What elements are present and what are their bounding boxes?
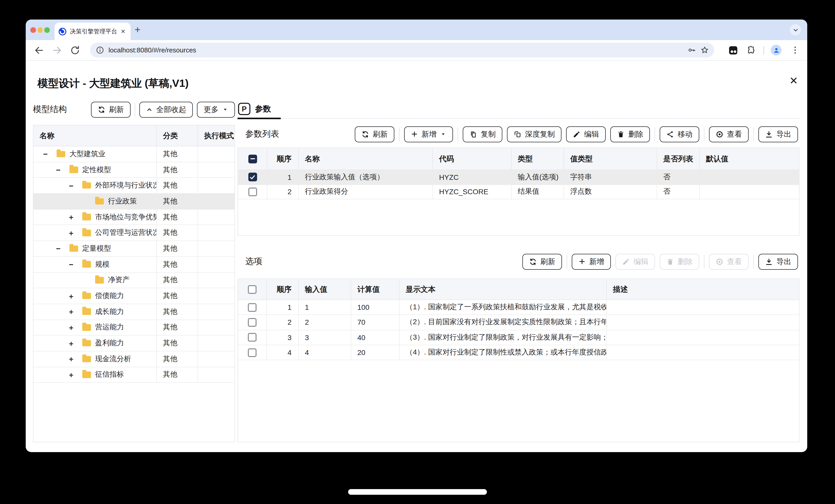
tree-toggle-icon[interactable]: + xyxy=(69,371,82,379)
tree-row[interactable]: −定量模型 其他 xyxy=(34,241,235,257)
tree-row[interactable]: 净资产 其他 xyxy=(34,273,235,288)
tree-toggle-icon[interactable]: − xyxy=(56,244,69,253)
cell-type: 结果值 xyxy=(512,185,564,199)
tree-toggle-icon[interactable]: + xyxy=(69,307,82,316)
column-header: 分类 xyxy=(157,125,198,146)
forward-icon[interactable] xyxy=(52,45,62,55)
tree-row[interactable]: +盈利能力 其他 xyxy=(34,336,235,352)
column-header: 输入值 xyxy=(299,279,351,299)
tree-category-cell: 其他 xyxy=(157,241,198,256)
param-delete-button[interactable]: 删除 xyxy=(610,126,650,142)
tree-row[interactable]: +偿债能力 其他 xyxy=(34,288,235,304)
option-refresh-button[interactable]: 刷新 xyxy=(523,254,562,270)
tree-node-label: 大型建筑业 xyxy=(69,149,105,159)
tree-toggle-icon[interactable]: + xyxy=(69,213,82,222)
tree-mode-cell xyxy=(198,304,235,319)
avatar[interactable] xyxy=(771,45,781,56)
row-checkbox[interactable] xyxy=(248,173,257,182)
tree-toggle-icon[interactable]: − xyxy=(56,165,69,174)
tree-row[interactable]: +营运能力 其他 xyxy=(34,320,235,335)
tree-toggle-icon[interactable]: − xyxy=(43,150,57,159)
tree-toggle-icon[interactable]: + xyxy=(69,229,82,237)
option-edit-button[interactable]: 编辑 xyxy=(615,254,655,270)
table-row[interactable]: 4 4 20 （4）. 国家对行业制定了限制性或禁入政策；或本行年度授信政... xyxy=(238,345,799,360)
caret-down-icon xyxy=(440,131,446,137)
cell-type: 输入值(选项) xyxy=(512,170,564,184)
select-all-checkbox[interactable] xyxy=(248,154,257,163)
cell-input-value: 4 xyxy=(299,345,351,360)
tree-row[interactable]: −大型建筑业 其他 xyxy=(34,146,235,162)
param-refresh-button[interactable]: 刷新 xyxy=(355,126,394,142)
table-row[interactable]: 3 3 40 （3）. 国家对行业制定了限制政策，对行业发展具有一定影响；... xyxy=(238,330,799,345)
row-checkbox[interactable] xyxy=(248,303,257,312)
tab-parameters[interactable]: P 参数 xyxy=(238,100,281,118)
tree-row[interactable]: +公司管理与运营状况 其他 xyxy=(34,225,235,241)
extension-box-icon[interactable] xyxy=(729,46,737,54)
zoom-window-button[interactable] xyxy=(44,27,49,33)
tree-row[interactable]: +成长能力 其他 xyxy=(34,304,235,320)
table-row[interactable]: 2 行业政策得分 HYZC_SCORE 结果值 浮点数 否 xyxy=(238,185,799,200)
row-checkbox[interactable] xyxy=(248,348,257,357)
collapse-all-button[interactable]: 全部收起 xyxy=(139,102,193,118)
select-all-checkbox[interactable] xyxy=(248,285,257,294)
toolbar-divider xyxy=(763,46,764,54)
puzzle-icon[interactable] xyxy=(746,45,756,55)
close-window-button[interactable] xyxy=(30,27,36,33)
key-icon[interactable] xyxy=(688,46,696,55)
tree-toggle-icon[interactable]: + xyxy=(69,355,82,363)
tree-toggle-icon[interactable]: + xyxy=(69,323,82,332)
new-tab-button[interactable]: + xyxy=(135,25,140,35)
tree-mode-cell xyxy=(198,178,235,193)
param-move-button[interactable]: 移动 xyxy=(660,126,699,142)
more-button[interactable]: 更多 xyxy=(197,102,235,118)
folder-icon xyxy=(82,372,91,378)
tree-refresh-button[interactable]: 刷新 xyxy=(91,102,130,118)
table-row[interactable]: 2 2 70 （2）. 目前国家没有对行业发展制定实质性限制政策；且本行年... xyxy=(238,315,799,330)
toolbar-separator xyxy=(704,255,705,269)
option-export-button[interactable]: 导出 xyxy=(758,254,798,270)
tree-row[interactable]: +现金流分析 其他 xyxy=(34,352,235,367)
tree-toggle-icon[interactable]: + xyxy=(69,292,82,300)
url-bar[interactable]: localhost:8080/#/re/resources xyxy=(90,43,714,58)
browser-tab[interactable]: 决策引擎管理平台 ✕ xyxy=(55,23,130,40)
tree-row[interactable]: −定性模型 其他 xyxy=(34,162,235,178)
tree-toggle-icon[interactable]: + xyxy=(69,339,82,348)
tab-search-button[interactable] xyxy=(790,24,801,36)
param-view-button[interactable]: 查看 xyxy=(709,126,749,142)
tree-row[interactable]: +市场地位与竞争优势 其他 xyxy=(34,210,235,225)
option-delete-button[interactable]: 删除 xyxy=(660,254,699,270)
cell-default xyxy=(700,185,799,199)
tree-toggle-icon[interactable]: − xyxy=(69,181,82,190)
cell-input-value: 3 xyxy=(299,330,351,345)
tree-row[interactable]: +征信指标 其他 xyxy=(34,367,235,383)
minimize-window-button[interactable] xyxy=(37,27,43,33)
chevron-up-icon xyxy=(146,106,153,113)
cell-display-text: （4）. 国家对行业制定了限制性或禁入政策；或本行年度授信政... xyxy=(400,345,607,360)
star-icon[interactable] xyxy=(700,46,709,55)
info-icon[interactable] xyxy=(96,46,104,55)
tree-row[interactable]: −规模 其他 xyxy=(34,257,235,273)
param-copy-button[interactable]: 复制 xyxy=(463,126,502,142)
param-export-button[interactable]: 导出 xyxy=(758,126,798,142)
tree-category-cell: 其他 xyxy=(157,225,198,240)
row-checkbox[interactable] xyxy=(248,188,257,196)
option-add-button[interactable]: 新增 xyxy=(572,254,611,270)
row-checkbox[interactable] xyxy=(248,333,257,342)
tree-row[interactable]: −外部环境与行业状况 其他 xyxy=(34,178,235,194)
tree-row[interactable]: 行业政策 其他 xyxy=(34,194,235,209)
reload-icon[interactable] xyxy=(70,45,80,55)
param-edit-button[interactable]: 编辑 xyxy=(566,126,606,142)
table-row[interactable]: 1 1 100 （1）. 国家制定了一系列政策扶植和鼓励行业发展，尤其是税收..… xyxy=(238,300,799,315)
table-row[interactable]: 1 行业政策输入值（选项） HYZC 输入值(选项) 字符串 否 xyxy=(238,170,799,185)
tree-toggle-icon[interactable]: − xyxy=(69,260,82,269)
param-deep-copy-button[interactable]: 深度复制 xyxy=(507,126,562,142)
tab-close-icon[interactable]: ✕ xyxy=(120,28,126,35)
cell-name: 行业政策输入值（选项） xyxy=(299,170,433,184)
back-icon[interactable] xyxy=(34,45,44,55)
close-icon[interactable]: ✕ xyxy=(789,75,798,87)
kebab-menu-icon[interactable] xyxy=(790,45,800,55)
row-checkbox[interactable] xyxy=(248,318,257,327)
option-view-button[interactable]: 查看 xyxy=(709,254,749,270)
param-add-button[interactable]: 新增 xyxy=(404,126,453,142)
tree-node-label: 征信指标 xyxy=(95,370,124,379)
